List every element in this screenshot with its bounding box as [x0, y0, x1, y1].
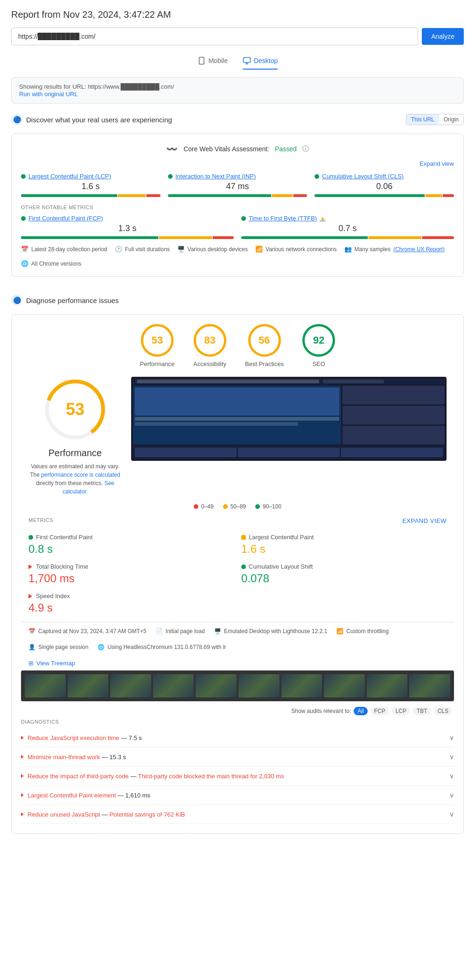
report-title: Report from Nov 23, 2024, 3:47:22 AM [11, 9, 464, 20]
filter-tbt-button[interactable]: TBT [413, 707, 431, 715]
diag-item-1[interactable]: Reduce JavaScript execution time — 7.5 s… [21, 728, 454, 747]
footer-text-4: Various network connections [265, 246, 337, 253]
cwv-inp-label[interactable]: Interaction to Next Paint (INP) [168, 173, 307, 180]
discover-bar-left: 🔵 Discover what your real users are expe… [11, 114, 172, 125]
run-with-original-url-link[interactable]: Run with original URL [19, 91, 78, 98]
svg-rect-0 [199, 57, 204, 64]
seo-label: SEO [312, 360, 325, 367]
svg-rect-2 [243, 57, 250, 63]
perf-score-link[interactable]: performance score is calculated [41, 472, 120, 478]
chrome-ux-report-link[interactable]: (Chrome UX Report) [393, 246, 445, 253]
performance-circle: 53 [141, 324, 174, 357]
diag-detail-2: — 15.3 s [102, 754, 126, 761]
filter-all-button[interactable]: All [354, 707, 367, 715]
diag-detail-5-highlight: Potential savings of 762 KiB [110, 811, 185, 818]
cwv-status: Passed [275, 145, 297, 153]
filter-cls-button[interactable]: CLS [434, 707, 452, 715]
audit-filter-label: Show audits relevant to: [291, 708, 351, 714]
screenshot-area [131, 377, 447, 461]
fcp-bar-red [213, 236, 234, 239]
filmstrip-frame-7[interactable] [281, 674, 322, 698]
metric-fcp-label: First Contentful Paint [28, 534, 234, 541]
diag-detail-3-dash: — [130, 773, 138, 780]
cwv-info-icon: ⓘ [302, 145, 309, 153]
chevron-down-icon-5: ∨ [449, 811, 454, 818]
diag-text-2: Minimize main-thread work — 15.3 s [28, 754, 126, 761]
diag-triangle-3 [21, 774, 24, 778]
cwv-cls-label[interactable]: Cumulative Layout Shift (CLS) [314, 173, 454, 180]
diagnostics-title: DIAGNOSTICS [21, 719, 454, 725]
chevron-down-icon-2: ∨ [449, 753, 454, 761]
diag-item-3-left: Reduce the impact of third-party code — … [21, 773, 284, 780]
filter-fcp-button[interactable]: FCP [370, 707, 389, 715]
perf-metrics-section: METRICS Expand view First Contentful Pai… [21, 517, 454, 622]
cwv-lcp-bar [21, 194, 161, 197]
fcp-bar-green [21, 236, 158, 239]
footer-item-1: 📅 Latest 28-day collection period [21, 246, 107, 253]
diagnose-bar: 🔵 Diagnose performance issues [11, 290, 464, 310]
metric-tbt-text: Total Blocking Time [36, 563, 88, 570]
discover-title: Discover what your real users are experi… [26, 116, 172, 124]
cwv-footer: 📅 Latest 28-day collection period 🕐 Full… [21, 246, 454, 267]
url-input[interactable] [11, 28, 418, 45]
calendar-icon-2: 📅 [28, 628, 35, 635]
filmstrip [21, 670, 454, 701]
metric-cls: Cumulative Layout Shift 0.078 [241, 563, 447, 585]
filmstrip-frame-9[interactable] [367, 674, 408, 698]
cwv-header: 〰️ Core Web Vitals Assessment: Passed ⓘ [21, 143, 454, 155]
filmstrip-frame-3[interactable] [110, 674, 151, 698]
diag-item-2[interactable]: Minimize main-thread work — 15.3 s ∨ [21, 747, 454, 767]
diag-label-2: Minimize main-thread work [28, 754, 100, 761]
perf-description: Values are estimated and may vary. The p… [28, 462, 122, 496]
filmstrip-frame-4[interactable] [153, 674, 194, 698]
calendar-icon: 📅 [21, 246, 28, 253]
tab-desktop[interactable]: Desktop [243, 53, 278, 70]
view-treemap-label: View Treemap [36, 660, 75, 667]
diag-item-4[interactable]: Largest Contentful Paint element — 1,610… [21, 786, 454, 805]
metrics-expand-view[interactable]: Expand view [402, 517, 447, 524]
filmstrip-frame-1[interactable] [25, 674, 66, 698]
metric-fcp-text: First Contentful Paint [36, 534, 92, 541]
footer-text-6: All Chrome versions [31, 261, 81, 267]
people-icon: 👥 [344, 246, 352, 253]
cwv-lcp-label[interactable]: Largest Contentful Paint (LCP) [21, 173, 161, 180]
chevron-down-icon-3: ∨ [449, 772, 454, 780]
metric-tbt-value: 1,700 ms [28, 572, 234, 585]
diag-text-4: Largest Contentful Paint element — 1,610… [28, 792, 150, 799]
cwv-title: Core Web Vitals Assessment: [183, 145, 269, 153]
filmstrip-frame-10[interactable] [409, 674, 450, 698]
metric-fcp-value: 0.8 s [28, 543, 234, 556]
capture-throttle-text: Custom throttling [346, 628, 389, 635]
fcp-label[interactable]: First Contentful Paint (FCP) [21, 215, 234, 222]
this-url-button[interactable]: This URL [406, 114, 439, 125]
capture-session: 👤 Single page session [28, 644, 88, 650]
perf-circle-container: 53 Performance Values are estimated and … [28, 377, 122, 496]
site-screenshot [131, 377, 447, 461]
accessibility-score: 83 [204, 334, 215, 346]
analyze-button[interactable]: Analyze [422, 28, 464, 45]
legend-green-dot [255, 504, 260, 509]
scores-section: 53 Performance 83 Accessibility 56 Best … [11, 314, 464, 834]
perf-metrics-grid: First Contentful Paint 0.8 s Largest Con… [28, 534, 447, 614]
legend-orange: 50–89 [223, 503, 246, 510]
network-icon-2: 📶 [336, 628, 343, 635]
score-performance: 53 Performance [140, 324, 175, 367]
diag-item-5[interactable]: Reduce unused JavaScript — Potential sav… [21, 805, 454, 824]
filmstrip-frame-8[interactable] [324, 674, 365, 698]
capture-date-text: Captured at Nov 23, 2024, 3:47 AM GMT+5 [38, 628, 147, 635]
origin-button[interactable]: Origin [439, 114, 463, 125]
filmstrip-frame-6[interactable] [238, 674, 279, 698]
ttfb-label[interactable]: Time to First Byte (TTFB) ▲ [241, 215, 454, 222]
mobile-icon [197, 56, 206, 65]
cwv-inp-text: Interaction to Next Paint (INP) [175, 173, 256, 180]
tab-mobile[interactable]: Mobile [197, 53, 228, 70]
see-calc-link[interactable]: See calculator. [63, 480, 114, 495]
view-treemap-button[interactable]: ⊞ View Treemap [21, 656, 454, 670]
diag-triangle-1 [21, 736, 24, 740]
capture-session-text: Single page session [38, 644, 88, 650]
filmstrip-frame-5[interactable] [196, 674, 237, 698]
diag-item-3[interactable]: Reduce the impact of third-party code — … [21, 767, 454, 786]
filter-lcp-button[interactable]: LCP [392, 707, 410, 715]
expand-view-button[interactable]: Expand view [21, 160, 454, 167]
filmstrip-frame-2[interactable] [68, 674, 109, 698]
